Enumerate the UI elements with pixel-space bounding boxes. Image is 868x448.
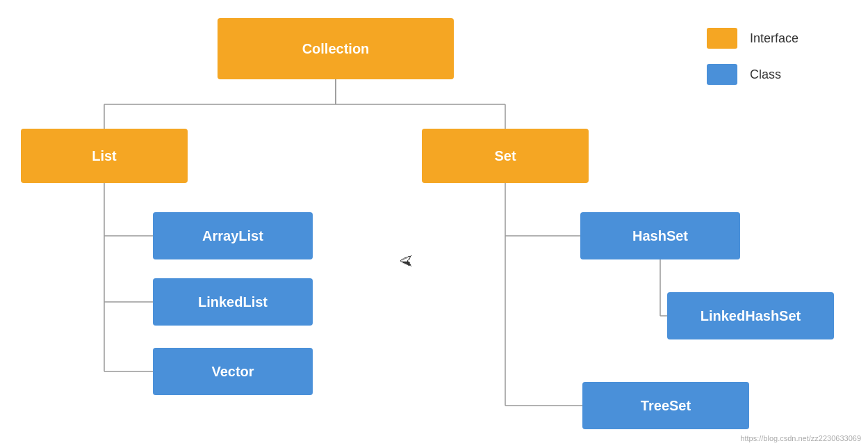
legend-box-class: [707, 64, 737, 85]
node-collection: Collection: [218, 18, 454, 79]
legend-item-interface: Interface: [707, 28, 799, 49]
legend-label-class: Class: [750, 67, 781, 82]
watermark: https://blog.csdn.net/zz2230633069: [740, 434, 861, 442]
legend: Interface Class: [707, 28, 799, 100]
legend-label-interface: Interface: [750, 31, 799, 46]
node-linkedlist: LinkedList: [153, 278, 313, 326]
diagram-container: Collection List Set ArrayList LinkedList…: [0, 0, 868, 448]
legend-box-interface: [707, 28, 737, 49]
node-arraylist: ArrayList: [153, 212, 313, 259]
node-vector: Vector: [153, 348, 313, 395]
node-hashset: HashSet: [580, 212, 740, 259]
node-list: List: [21, 129, 188, 183]
legend-item-class: Class: [707, 64, 799, 85]
node-linkedhashset: LinkedHashSet: [667, 292, 834, 339]
node-treeset: TreeSet: [582, 382, 749, 429]
node-set: Set: [422, 129, 589, 183]
cursor: ⮘: [400, 254, 413, 270]
